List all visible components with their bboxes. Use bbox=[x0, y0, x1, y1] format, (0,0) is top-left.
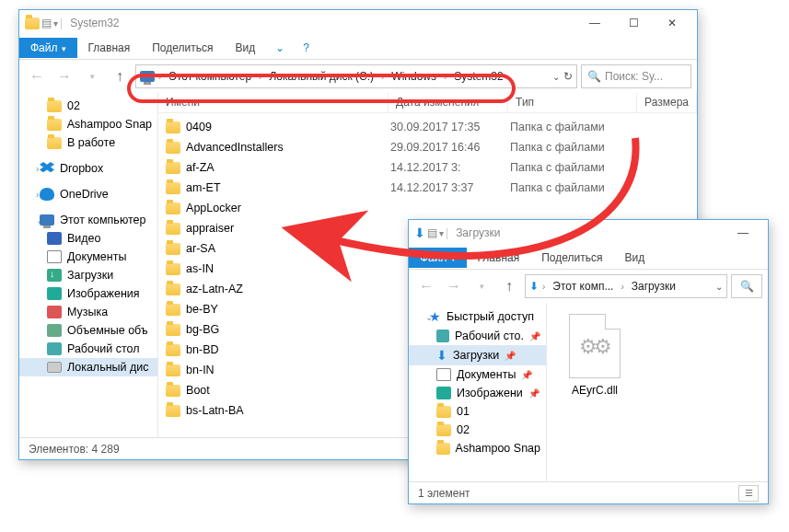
folder-icon bbox=[166, 405, 180, 417]
file-name: af-ZA bbox=[186, 161, 215, 174]
tab-file[interactable]: Файл▾ bbox=[19, 38, 77, 58]
sidebar-item[interactable]: Рабочий стол bbox=[19, 340, 157, 358]
file-view[interactable]: ⚙⚙ AEyrC.dll bbox=[547, 303, 768, 481]
col-date[interactable]: Дата изменения bbox=[389, 93, 508, 112]
sidebar-item[interactable]: ›OneDrive bbox=[19, 185, 157, 203]
search-input[interactable]: 🔍 bbox=[731, 274, 762, 298]
addr-dropdown-icon[interactable]: ⌄ bbox=[715, 282, 723, 292]
refresh-icon[interactable]: ↻ bbox=[563, 70, 573, 83]
sidebar-item[interactable]: Изображения bbox=[19, 284, 157, 303]
sidebar-item[interactable]: 02 bbox=[409, 421, 546, 439]
tab-home[interactable]: Главная bbox=[77, 38, 142, 58]
sidebar-item-label: Ashampoo Snap bbox=[67, 118, 152, 131]
quickaccess-dropdown[interactable]: ▾ bbox=[53, 18, 58, 29]
pin-icon: 📌 bbox=[505, 351, 516, 361]
sidebar[interactable]: ⌄★Быстрый доступРабочий сто. 📌⬇Загрузки … bbox=[409, 303, 547, 481]
sidebar[interactable]: 02Ashampoo SnapВ работе›Dropbox›OneDrive… bbox=[19, 93, 158, 437]
tab-view[interactable]: Вид bbox=[613, 248, 656, 268]
file-row[interactable]: AppLocker bbox=[158, 198, 697, 218]
file-row[interactable]: AdvancedInstallers29.09.2017 16:46Папка … bbox=[158, 137, 697, 157]
sidebar-item[interactable]: Изображени 📌 bbox=[409, 384, 546, 402]
nav-recent-dropdown[interactable]: ▾ bbox=[80, 64, 104, 88]
close-button[interactable]: ✕ bbox=[653, 12, 691, 34]
minimize-button[interactable]: — bbox=[575, 12, 614, 34]
view-details-icon[interactable]: ☰ bbox=[738, 485, 759, 502]
sidebar-item[interactable]: Ashampoo Snap bbox=[409, 439, 546, 457]
tab-share[interactable]: Поделиться bbox=[530, 248, 613, 268]
minimize-button[interactable]: — bbox=[724, 222, 762, 244]
sidebar-item[interactable]: Рабочий сто. 📌 bbox=[409, 327, 546, 345]
address-bar[interactable]: ⬇ › Этот комп... › Загрузки ⌄ bbox=[525, 274, 727, 298]
chevron-icon[interactable]: › bbox=[442, 72, 448, 82]
sidebar-item[interactable]: ⌄★Быстрый доступ bbox=[409, 306, 546, 327]
sidebar-item[interactable]: Документы bbox=[19, 248, 157, 266]
file-row[interactable]: am-ET14.12.2017 3:37Папка с файлами bbox=[158, 178, 697, 198]
chevron-icon[interactable]: › bbox=[157, 72, 163, 82]
breadcrumb-seg[interactable]: Локальный диск (C:) bbox=[265, 68, 377, 85]
nav-back-button[interactable]: ← bbox=[414, 274, 438, 298]
file-date: 14.12.2017 3: bbox=[390, 161, 510, 174]
address-bar[interactable]: › Этот компьютер › Локальный диск (C:) ›… bbox=[135, 64, 577, 88]
pin-icon: 📌 bbox=[529, 331, 540, 341]
col-size[interactable]: Размера bbox=[637, 93, 697, 112]
quickaccess-icon[interactable]: ▤ bbox=[427, 226, 437, 239]
dll-file-icon: ⚙⚙ bbox=[569, 314, 621, 378]
sidebar-item[interactable]: ›Dropbox bbox=[19, 159, 157, 178]
sidebar-item[interactable]: Объемные объ bbox=[19, 321, 157, 340]
sidebar-item[interactable]: Видео bbox=[19, 229, 157, 248]
tab-share[interactable]: Поделиться bbox=[141, 38, 224, 58]
breadcrumb-seg[interactable]: System32 bbox=[450, 68, 506, 85]
sidebar-item-label: Документы bbox=[457, 368, 516, 381]
sidebar-item-label: Музыка bbox=[67, 306, 108, 318]
nav-recent-dropdown[interactable]: ▾ bbox=[470, 274, 493, 298]
quickaccess-icon[interactable]: ▤ bbox=[41, 17, 52, 29]
explorer-window-downloads: ⬇ ▤ ▾ | Загрузки — Файл▾ Главная Поделит… bbox=[408, 219, 769, 504]
sidebar-item[interactable]: Локальный дис bbox=[19, 358, 157, 376]
ribbon-expand-icon[interactable]: ⌄ bbox=[266, 41, 294, 54]
tab-file[interactable]: Файл▾ bbox=[409, 248, 467, 268]
sidebar-item-label: Изображени bbox=[457, 387, 523, 399]
maximize-button[interactable]: ☐ bbox=[614, 12, 653, 34]
nav-up-button[interactable]: ↑ bbox=[108, 64, 132, 88]
sidebar-item-label: Загрузки bbox=[453, 349, 499, 362]
nav-forward-button[interactable]: → bbox=[442, 274, 466, 298]
help-icon[interactable]: ? bbox=[294, 41, 319, 54]
titlebar[interactable]: ▤ ▾ | System32 — ☐ ✕ bbox=[19, 10, 697, 36]
quickaccess-dropdown[interactable]: ▾ bbox=[439, 228, 444, 238]
status-text: 1 элемент bbox=[418, 487, 470, 500]
nav-up-button[interactable]: ↑ bbox=[497, 274, 521, 298]
file-item-dll[interactable]: ⚙⚙ AEyrC.dll bbox=[558, 314, 632, 397]
file-row[interactable]: 040930.09.2017 17:35Папка с файлами bbox=[158, 117, 697, 137]
breadcrumb-seg[interactable]: Загрузки bbox=[628, 278, 679, 295]
sidebar-item[interactable]: Документы 📌 bbox=[409, 365, 546, 384]
sidebar-item-label: 02 bbox=[67, 99, 80, 112]
chevron-icon[interactable]: › bbox=[619, 282, 625, 292]
col-type[interactable]: Тип bbox=[508, 93, 637, 112]
sidebar-item[interactable]: ⌄Этот компьютер bbox=[19, 211, 157, 229]
breadcrumb-seg[interactable]: Windows bbox=[388, 68, 440, 85]
breadcrumb-seg[interactable]: Этот компьютер bbox=[165, 68, 255, 85]
folder-icon bbox=[166, 364, 180, 376]
nav-back-button[interactable]: ← bbox=[25, 64, 49, 88]
sidebar-item[interactable]: В работе bbox=[19, 133, 157, 152]
chevron-icon[interactable]: › bbox=[379, 72, 386, 82]
column-headers[interactable]: Имени Дата изменения Тип Размера bbox=[158, 93, 697, 113]
sidebar-item[interactable]: Музыка bbox=[19, 303, 157, 321]
sidebar-item[interactable]: Загрузки bbox=[19, 266, 157, 284]
sidebar-item[interactable]: ⬇Загрузки 📌 bbox=[409, 345, 546, 365]
search-input[interactable]: 🔍 Поиск: Sy... bbox=[581, 64, 691, 88]
titlebar[interactable]: ⬇ ▤ ▾ | Загрузки — bbox=[409, 220, 768, 246]
sidebar-item[interactable]: 01 bbox=[409, 402, 546, 421]
sidebar-item[interactable]: 02 bbox=[19, 97, 157, 115]
breadcrumb-seg[interactable]: Этот комп... bbox=[549, 278, 617, 295]
addr-dropdown-icon[interactable]: ⌄ bbox=[552, 72, 560, 82]
tab-home[interactable]: Главная bbox=[467, 248, 531, 268]
file-row[interactable]: af-ZA14.12.2017 3:Папка с файлами bbox=[158, 157, 697, 178]
sidebar-item[interactable]: Ashampoo Snap bbox=[19, 115, 157, 133]
col-name[interactable]: Имени bbox=[158, 93, 389, 112]
chevron-icon[interactable]: › bbox=[540, 282, 547, 292]
file-date: 29.09.2017 16:46 bbox=[390, 141, 510, 154]
tab-view[interactable]: Вид bbox=[224, 38, 266, 58]
chevron-icon[interactable]: › bbox=[257, 72, 263, 82]
nav-forward-button[interactable]: → bbox=[52, 64, 76, 88]
